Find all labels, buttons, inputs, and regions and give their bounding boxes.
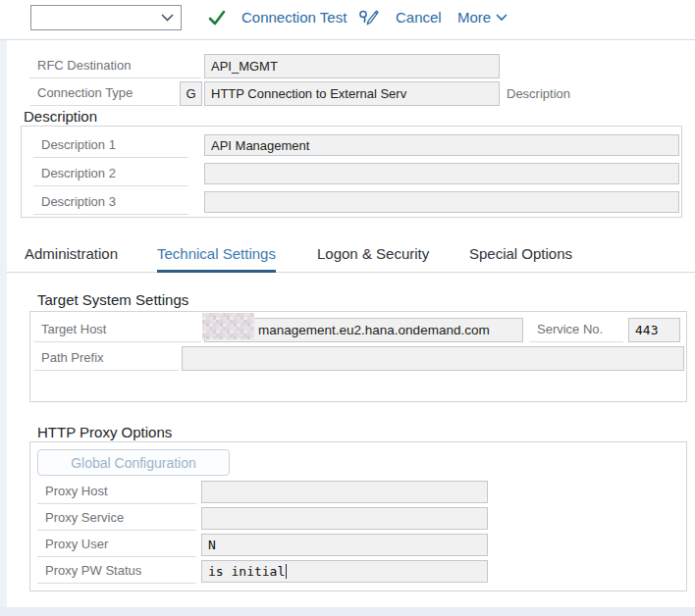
tab-technical-settings[interactable]: Technical Settings [157,245,276,273]
description3-input[interactable] [204,191,679,213]
proxy-host-label: Proxy Host [37,480,196,504]
window-edge-strip [0,40,7,616]
description-section-title: Description [24,108,97,125]
path-prefix-label: Path Prefix [33,346,179,371]
tab-special-options[interactable]: Special Options [469,245,572,270]
command-combobox[interactable] [30,5,182,30]
connection-test-button[interactable]: Connection Test [241,9,347,26]
description2-label: Description 2 [33,162,188,186]
proxy-pw-status-value: is initial [208,564,285,579]
description2-input[interactable] [204,163,679,184]
tab-administration[interactable]: Administration [25,245,118,270]
description3-label: Description 3 [33,190,188,215]
rfc-destination-window: Connection Test Cancel More RFC Destinat… [0,0,695,616]
more-button[interactable]: More [457,9,508,26]
connection-type-label: Connection Type [29,81,178,106]
description1-label: Description 1 [33,133,188,158]
service-no-label: Service No. [529,318,623,342]
global-configuration-button[interactable]: Global Configuration [37,449,230,476]
cancel-button[interactable]: Cancel [396,9,442,26]
text-cursor [286,564,287,579]
rfc-destination-label: RFC Destination [29,54,201,78]
window-bottom-strip [0,607,695,616]
tab-logon-security[interactable]: Logon & Security [317,245,429,270]
chevron-down-icon [496,14,508,22]
proxy-user-input[interactable]: N [201,534,488,556]
path-prefix-input[interactable] [182,346,684,371]
service-no-input[interactable]: 443 [628,318,680,342]
proxy-host-input[interactable] [201,481,488,503]
display-change-icon[interactable] [356,7,380,30]
target-section-title: Target System Settings [37,291,188,308]
target-host-label: Target Host [33,318,201,342]
proxy-section-title: HTTP Proxy Options [37,424,172,440]
toolbar: Connection Test Cancel More [0,0,695,40]
tabstrip: Administration Technical Settings Logon … [7,239,695,273]
redacted-host-prefix [202,313,254,339]
description-side-label: Description [507,86,570,101]
more-label: More [457,9,491,26]
confirm-check-icon[interactable] [206,8,228,29]
proxy-user-label: Proxy User [37,533,196,557]
proxy-pw-status-input[interactable]: is initial [201,560,488,583]
proxy-service-label: Proxy Service [37,506,196,531]
connection-type-text[interactable]: HTTP Connection to External Serv [204,81,500,106]
proxy-pw-status-label: Proxy PW Status [37,559,196,584]
rfc-destination-input[interactable]: API_MGMT [204,54,500,78]
chevron-down-icon [161,14,174,22]
description1-input[interactable]: API Management [204,134,679,156]
connection-type-input[interactable]: G [180,81,202,106]
proxy-service-input[interactable] [201,507,488,530]
